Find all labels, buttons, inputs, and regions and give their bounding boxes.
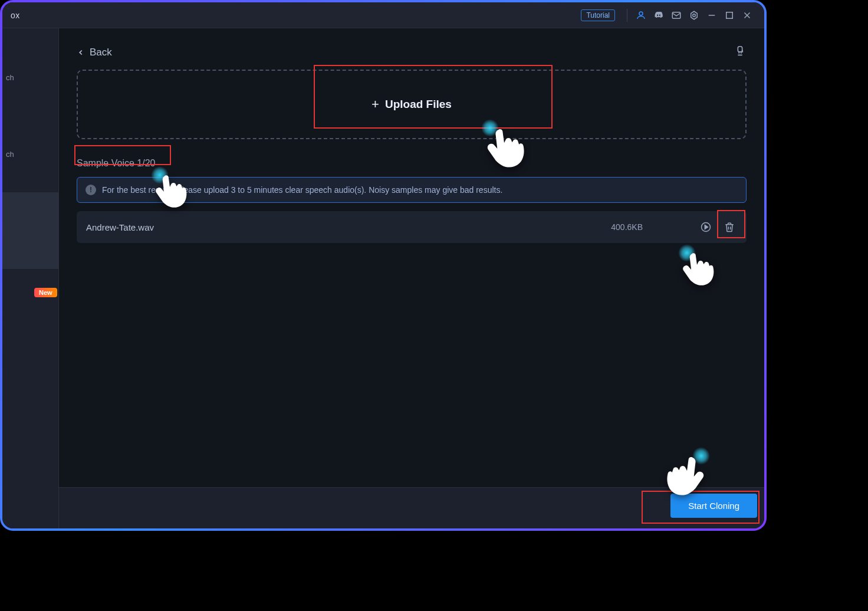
divider — [627, 9, 627, 22]
close-icon[interactable] — [739, 8, 755, 23]
chevron-left-icon — [77, 48, 85, 57]
mail-icon[interactable] — [669, 8, 684, 23]
upload-dropzone[interactable]: + Upload Files — [77, 70, 747, 139]
start-cloning-button[interactable]: Start Cloning — [670, 494, 757, 518]
sidebar-label: ch — [6, 73, 14, 82]
minimize-icon[interactable] — [704, 8, 719, 23]
svg-rect-5 — [726, 12, 733, 18]
delete-button[interactable] — [722, 219, 737, 235]
svg-point-0 — [639, 12, 643, 15]
maximize-icon[interactable] — [722, 8, 737, 23]
app-window: ox Tutorial — [2, 2, 764, 528]
titlebar: ox Tutorial — [2, 2, 764, 28]
annotation-hand-cursor — [675, 248, 719, 293]
file-name: Andrew-Tate.wav — [86, 222, 603, 232]
svg-point-3 — [693, 14, 696, 17]
info-icon: ! — [86, 185, 96, 195]
upload-label: Upload Files — [385, 98, 452, 111]
sidebar-item[interactable]: ch — [2, 39, 58, 116]
svg-rect-8 — [738, 47, 742, 52]
file-size: 400.6KB — [611, 222, 643, 232]
svg-marker-2 — [691, 11, 698, 19]
sidebar-label: ch — [6, 150, 14, 159]
discord-icon[interactable] — [651, 8, 666, 23]
back-label: Back — [90, 47, 112, 58]
sidebar: ch ch New — [2, 28, 59, 528]
main-content: Back + Upload Files Sample Voice 1/20 — [59, 28, 764, 528]
app-title-fragment: ox — [11, 11, 20, 20]
annotation-highlight-upload — [314, 65, 553, 129]
svg-marker-10 — [705, 225, 708, 229]
play-button[interactable] — [698, 219, 714, 235]
settings-icon[interactable] — [686, 8, 702, 23]
record-device-icon[interactable] — [734, 45, 747, 60]
info-text: For the best results, please upload 3 to… — [102, 185, 502, 195]
sidebar-item[interactable]: ch — [2, 116, 58, 192]
file-row: Andrew-Tate.wav 400.6KB — [77, 211, 747, 243]
sample-count-heading: Sample Voice 1/20 — [77, 158, 155, 168]
info-banner: ! For the best results, please upload 3 … — [77, 177, 747, 203]
new-badge: New — [34, 288, 57, 297]
plus-icon: + — [371, 98, 379, 111]
footer-bar: Start Cloning — [59, 487, 764, 528]
tutorial-button[interactable]: Tutorial — [581, 9, 615, 21]
back-button[interactable]: Back — [77, 47, 112, 58]
sidebar-item-active[interactable] — [2, 192, 58, 269]
account-icon[interactable] — [633, 8, 649, 23]
